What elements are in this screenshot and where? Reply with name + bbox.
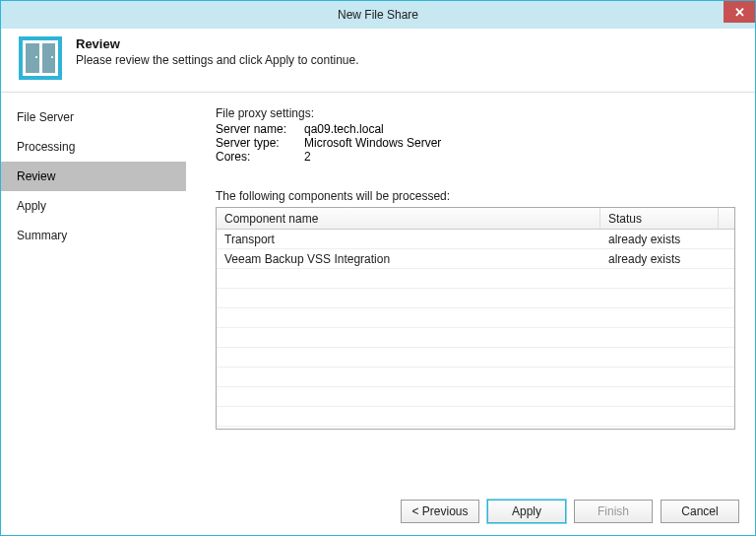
previous-button[interactable]: < Previous xyxy=(401,500,479,523)
wizard-header: Review Please review the settings and cl… xyxy=(1,29,755,93)
cores-label: Cores: xyxy=(216,150,304,164)
sidebar-item-summary[interactable]: Summary xyxy=(1,221,186,250)
server-type-value: Microsoft Windows Server xyxy=(304,136,441,150)
finish-button: Finish xyxy=(574,500,653,523)
col-component-name[interactable]: Component name xyxy=(217,208,600,229)
table-row: . xyxy=(217,289,734,308)
sidebar-item-file-server[interactable]: File Server xyxy=(1,102,186,132)
wizard-footer: < Previous Apply Finish Cancel xyxy=(1,488,755,535)
col-spacer xyxy=(719,208,734,229)
wizard-window: New File Share ✕ Review Please review th… xyxy=(0,0,756,536)
wizard-header-text: Review Please review the settings and cl… xyxy=(76,36,359,67)
file-share-icon xyxy=(19,36,62,80)
server-name-value: qa09.tech.local xyxy=(304,122,384,136)
col-status[interactable]: Status xyxy=(600,208,719,229)
table-row: Veeam Backup VSS Integration already exi… xyxy=(217,249,734,269)
wizard-steps: File Server Processing Review Apply Summ… xyxy=(1,93,186,488)
cell-name: Veeam Backup VSS Integration xyxy=(217,252,600,266)
table-row: . xyxy=(217,387,734,407)
step-subtitle: Please review the settings and click App… xyxy=(76,53,359,67)
sidebar-item-review[interactable]: Review xyxy=(1,162,186,191)
proxy-settings-heading: File proxy settings: xyxy=(216,104,735,122)
table-row: . xyxy=(217,348,734,368)
server-type-label: Server type: xyxy=(216,136,304,150)
table-row: . xyxy=(217,308,734,328)
cell-status: already exists xyxy=(600,233,719,246)
window-title: New File Share xyxy=(338,8,418,22)
cores-value: 2 xyxy=(304,150,311,164)
apply-button[interactable]: Apply xyxy=(487,500,566,523)
cell-status: already exists xyxy=(600,252,719,266)
components-table: Component name Status Transport already … xyxy=(216,207,735,430)
sidebar-item-apply[interactable]: Apply xyxy=(1,191,186,221)
table-row: . xyxy=(217,269,734,289)
table-row: . xyxy=(217,407,734,427)
components-label: The following components will be process… xyxy=(216,189,735,203)
cell-name: Transport xyxy=(217,233,600,246)
step-title: Review xyxy=(76,36,359,51)
cancel-button[interactable]: Cancel xyxy=(661,500,739,523)
close-icon[interactable]: ✕ xyxy=(724,1,755,23)
content-pane: File proxy settings: Server name: qa09.t… xyxy=(186,93,755,488)
titlebar: New File Share ✕ xyxy=(1,1,755,29)
proxy-settings: File proxy settings: Server name: qa09.t… xyxy=(216,104,735,164)
server-name-label: Server name: xyxy=(216,122,304,136)
table-header: Component name Status xyxy=(217,208,734,230)
table-row: Transport already exists xyxy=(217,230,734,249)
table-row: . xyxy=(217,328,734,348)
table-row: . xyxy=(217,368,734,387)
sidebar-item-processing[interactable]: Processing xyxy=(1,132,186,162)
